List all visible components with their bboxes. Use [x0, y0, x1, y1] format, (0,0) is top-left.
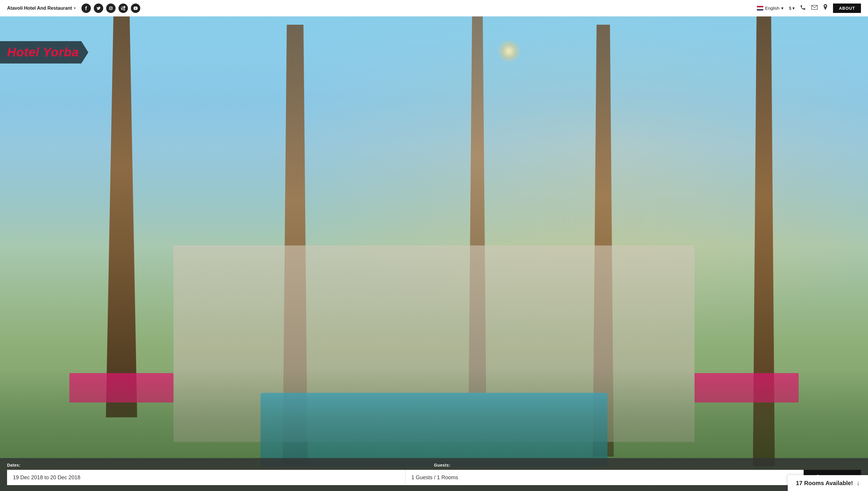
pinterest-icon[interactable] [118, 3, 128, 13]
brand-chevron-icon: ▾ [74, 6, 76, 10]
guests-value: 1 Guests / 1 Rooms [411, 474, 458, 481]
svg-point-2 [111, 7, 112, 7]
youtube-icon[interactable] [131, 3, 140, 13]
date-value: 19 Dec 2018 to 20 Dec 2018 [13, 474, 80, 481]
currency-symbol: $ [789, 6, 791, 10]
hero-background [0, 0, 868, 491]
social-icons [82, 3, 140, 13]
search-inputs: 19 Dec 2018 to 20 Dec 2018 1 Guests / 1 … [7, 470, 861, 485]
language-chevron-icon: ▾ [781, 6, 784, 11]
pool-area [261, 393, 608, 467]
location-icon[interactable] [823, 4, 828, 12]
brand-label: Atavoli Hotel And Restaurant [7, 6, 72, 11]
navbar-right: English ▾ $ ▾ ABOUT [757, 3, 861, 13]
about-button[interactable]: ABOUT [833, 3, 861, 13]
guests-label: Guests: [434, 463, 861, 467]
hotel-name: Hotel Yorba [7, 45, 79, 59]
pink-cabana-right [695, 373, 799, 403]
guests-field[interactable]: 1 Guests / 1 Rooms [405, 470, 804, 485]
navbar: Atavoli Hotel And Restaurant ▾ Englis [0, 0, 868, 17]
mail-icon[interactable] [811, 5, 818, 11]
pink-cabana-left [69, 373, 173, 403]
twitter-icon[interactable] [94, 3, 103, 13]
rooms-available-badge[interactable]: 17 Rooms Available! ↓ [788, 475, 868, 491]
currency-selector[interactable]: $ ▾ [789, 6, 795, 11]
us-flag-icon [757, 6, 763, 10]
hero-section: Hotel Yorba Dates: Guests: 19 Dec 2018 t… [0, 0, 868, 491]
language-label: English [765, 6, 780, 10]
facebook-icon[interactable] [82, 3, 91, 13]
language-selector[interactable]: English ▾ [757, 6, 784, 11]
phone-icon[interactable] [800, 4, 806, 12]
search-labels: Dates: Guests: [7, 463, 861, 467]
navbar-left: Atavoli Hotel And Restaurant ▾ [7, 3, 140, 13]
dates-label: Dates: [7, 463, 434, 467]
brand-name[interactable]: Atavoli Hotel And Restaurant ▾ [7, 6, 76, 11]
instagram-icon[interactable] [106, 3, 116, 13]
date-field[interactable]: 19 Dec 2018 to 20 Dec 2018 [7, 470, 405, 485]
svg-point-1 [110, 7, 111, 9]
rooms-down-arrow-icon: ↓ [857, 479, 860, 487]
currency-chevron-icon: ▾ [792, 6, 795, 11]
hotel-name-badge: Hotel Yorba [0, 41, 88, 63]
search-bar-container: Dates: Guests: 19 Dec 2018 to 20 Dec 201… [0, 458, 868, 491]
rooms-available-text: 17 Rooms Available! [796, 480, 853, 487]
